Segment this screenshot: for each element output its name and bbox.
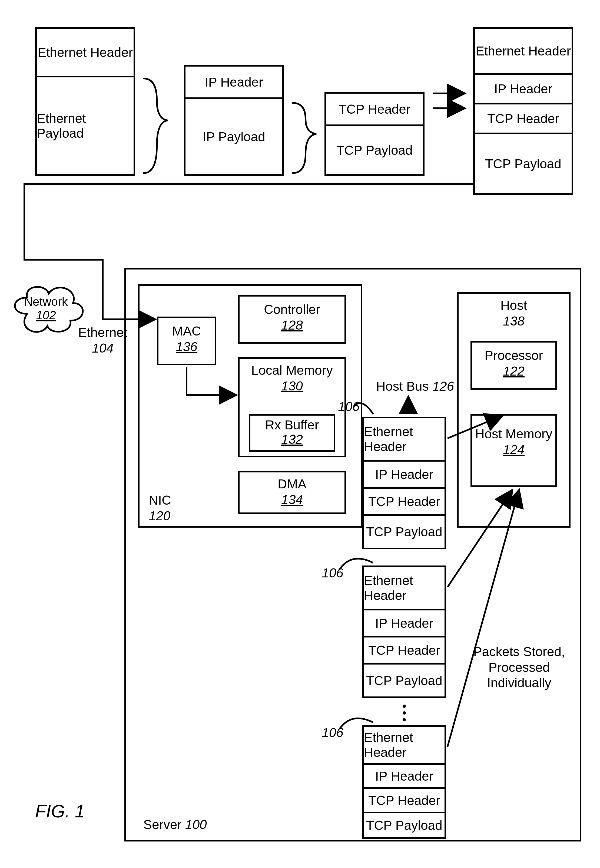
svg-line-7 (447, 490, 519, 747)
diagram-svg: Network 102 (0, 0, 600, 868)
svg-point-8 (403, 704, 406, 708)
svg-text:102: 102 (36, 308, 56, 322)
svg-point-10 (403, 718, 406, 721)
svg-text:Network: Network (24, 295, 68, 308)
svg-line-6 (447, 490, 512, 587)
svg-line-5 (447, 415, 503, 439)
svg-point-9 (403, 711, 406, 715)
